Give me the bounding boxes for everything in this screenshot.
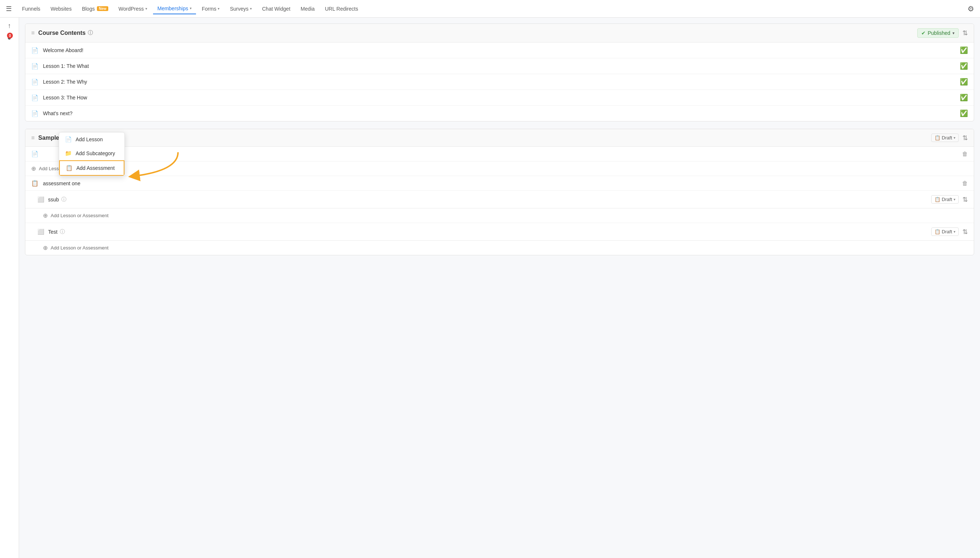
add-circle-icon: ⊕ [31, 165, 36, 172]
nav-memberships[interactable]: Memberships ▾ [153, 3, 196, 14]
sample-draft-badge[interactable]: 📋 Draft ▾ [931, 133, 959, 142]
notification-icon[interactable]: ● 0 [7, 34, 12, 41]
lesson-published-icon: ✅ [960, 109, 968, 117]
lesson-doc-icon: 📄 [31, 47, 39, 54]
course-contents-header: ≡ Course Contents ⓘ ✔ Published ▾ ⇅ [25, 24, 974, 43]
assessment-one-row: 📋 assessment one 🗑 [25, 176, 974, 191]
nav-websites[interactable]: Websites [46, 4, 76, 14]
ssub-title: ssub ⓘ [48, 196, 927, 203]
ssub-add-row[interactable]: ⊕ Add Lesson or Assessment [25, 208, 974, 223]
top-nav: ☰ Funnels Websites Blogs New WordPress ▾… [0, 0, 980, 18]
add-subcategory-label: Add Subcategory [76, 150, 115, 156]
lesson-published-icon: ✅ [960, 94, 968, 102]
upload-icon[interactable]: ↑ [8, 22, 11, 30]
published-badge[interactable]: ✔ Published ▾ [917, 28, 959, 38]
sidebar-upload-item: ↑ [8, 22, 11, 30]
add-assessment-item[interactable]: 📋 Add Assessment [59, 160, 125, 176]
test-expand-icon[interactable]: ⇅ [962, 228, 968, 236]
test-header: ⬜ Test ⓘ 📋 Draft ▾ ⇅ [25, 223, 974, 241]
test-add-row[interactable]: ⊕ Add Lesson or Assessment [25, 241, 974, 255]
add-lesson-icon: 📄 [65, 136, 72, 143]
hamburger-icon[interactable]: ☰ [6, 5, 12, 13]
sidebar: ↑ ● 0 [0, 18, 19, 558]
lesson-published-icon: ✅ [960, 62, 968, 70]
test-subcategory-icon: ⬜ [37, 228, 44, 235]
add-lesson-label: Add Lesson [76, 136, 103, 142]
nav-forms[interactable]: Forms ▾ [197, 4, 224, 14]
test-draft-badge[interactable]: 📋 Draft ▾ [931, 228, 959, 236]
lesson-title: What's next? [43, 110, 955, 116]
drag-handle-icon[interactable]: ≡ [31, 135, 35, 141]
drag-handle-icon[interactable]: ≡ [31, 30, 35, 36]
lesson-title: Welcome Aboard! [43, 47, 955, 53]
nav-surveys[interactable]: Surveys ▾ [225, 4, 256, 14]
ssub-expand-icon[interactable]: ⇅ [962, 195, 968, 204]
lesson-title: Lesson 1: The What [43, 63, 955, 69]
nav-funnels[interactable]: Funnels [18, 4, 45, 14]
ssub-draft-badge[interactable]: 📋 Draft ▾ [931, 195, 959, 204]
add-subcategory-item[interactable]: 📁 Add Subcategory [59, 146, 125, 160]
test-info-icon[interactable]: ⓘ [60, 228, 65, 235]
notification-badge: 0 [7, 33, 13, 39]
lesson-doc-icon: 📄 [31, 110, 39, 117]
nav-chat-widget[interactable]: Chat Widget [258, 4, 295, 14]
test-draft-chevron: ▾ [954, 230, 955, 234]
ssub-add-label: Add Lesson or Assessment [51, 213, 109, 218]
wordpress-chevron: ▾ [145, 7, 147, 11]
main-content: ≡ Course Contents ⓘ ✔ Published ▾ ⇅ 📄 We… [19, 18, 980, 558]
test-draft-label: Draft [942, 229, 952, 235]
lesson-doc-icon: 📄 [31, 63, 39, 70]
test-draft-clipboard-icon: 📋 [934, 229, 941, 235]
draft-chevron-icon: ▾ [954, 136, 955, 140]
draft-clipboard-icon: 📋 [934, 135, 941, 141]
nav-items: Funnels Websites Blogs New WordPress ▾ M… [18, 3, 967, 14]
ssub-draft-label: Draft [942, 197, 952, 202]
sample-section: ≡ Sample ⓘ 📋 Draft ▾ ⇅ 📄 🗑 ⊕ Add Lesson … [25, 129, 974, 255]
assessment-icon: 📋 [31, 180, 39, 187]
add-circle-icon: ⊕ [43, 245, 48, 251]
test-add-label: Add Lesson or Assessment [51, 245, 109, 251]
delete-icon[interactable]: 🗑 [962, 151, 968, 158]
add-lesson-assessment-row[interactable]: ⊕ Add Lesson or Assessment [25, 161, 974, 176]
forms-chevron: ▾ [218, 7, 219, 11]
course-contents-title: Course Contents ⓘ [38, 30, 913, 36]
lesson-doc-icon: 📄 [31, 150, 39, 158]
lesson-title: Lesson 3: The How [43, 95, 955, 100]
published-chevron-icon: ▾ [952, 31, 955, 36]
assessment-title: assessment one [43, 181, 958, 186]
ssub-header: ⬜ ssub ⓘ 📋 Draft ▾ ⇅ [25, 191, 974, 208]
test-title: Test ⓘ [48, 228, 927, 235]
add-lesson-item[interactable]: 📄 Add Lesson [59, 133, 125, 146]
lesson-row: 📄 What's next? ✅ [25, 106, 974, 121]
delete-icon[interactable]: 🗑 [962, 180, 968, 187]
settings-icon[interactable]: ⚙ [967, 4, 974, 13]
expand-icon[interactable]: ⇅ [962, 29, 968, 37]
subcategory-icon: ⬜ [37, 196, 44, 203]
nav-wordpress[interactable]: WordPress ▾ [114, 4, 151, 14]
sample-header: ≡ Sample ⓘ 📋 Draft ▾ ⇅ [25, 129, 974, 147]
memberships-chevron: ▾ [190, 6, 192, 10]
lesson-doc-icon: 📄 [31, 79, 39, 85]
published-label: Published [928, 30, 950, 36]
add-assessment-label: Add Assessment [76, 165, 115, 171]
expand-icon[interactable]: ⇅ [962, 134, 968, 142]
blogs-badge: New [97, 6, 108, 11]
ssub-draft-chevron: ▾ [954, 197, 955, 202]
nav-media[interactable]: Media [296, 4, 319, 14]
surveys-chevron: ▾ [250, 7, 252, 11]
lesson-published-icon: ✅ [960, 46, 968, 54]
add-assessment-icon: 📋 [66, 165, 73, 171]
add-subcategory-icon: 📁 [65, 150, 72, 157]
nav-url-redirects[interactable]: URL Redirects [321, 4, 363, 14]
sidebar-notification-item: ● 0 [7, 34, 12, 42]
lesson-title: Lesson 2: The Why [43, 79, 955, 85]
add-dropdown-menu: 📄 Add Lesson 📁 Add Subcategory 📋 Add Ass… [59, 132, 125, 176]
lesson-placeholder-row: 📄 🗑 [25, 147, 974, 161]
course-contents-section: ≡ Course Contents ⓘ ✔ Published ▾ ⇅ 📄 We… [25, 23, 974, 121]
course-contents-info-icon[interactable]: ⓘ [88, 30, 93, 36]
sample-title: Sample ⓘ [38, 135, 927, 141]
nav-blogs[interactable]: Blogs New [77, 4, 113, 14]
lesson-row: 📄 Lesson 3: The How ✅ [25, 90, 974, 106]
ssub-draft-clipboard-icon: 📋 [934, 197, 941, 202]
ssub-info-icon[interactable]: ⓘ [61, 196, 66, 203]
